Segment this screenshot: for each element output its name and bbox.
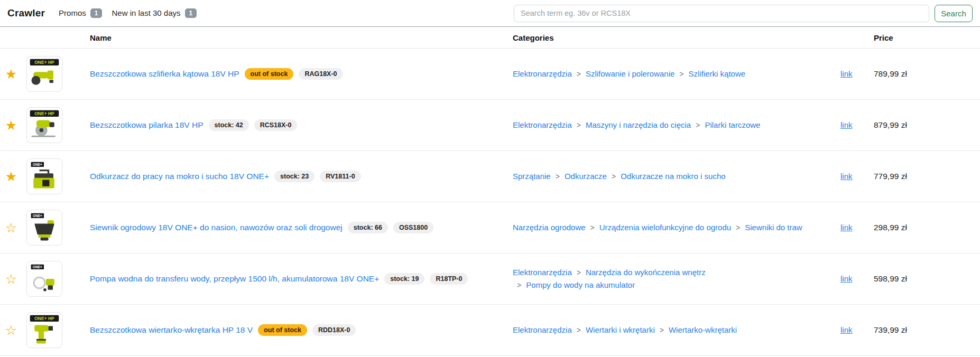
category-link[interactable]: Pilarki tarczowe [705,120,760,129]
category-link[interactable]: Elektronarzędzia [513,325,572,334]
product-image-water-pump: ONE+ [26,261,62,297]
nav-item-label: Promos [59,8,86,17]
product-price: 298,99 zł [870,223,980,232]
breadcrumb-separator: > [577,326,581,334]
category-link[interactable]: Wiertarki i wkrętarki [586,325,655,334]
svg-text:ONE+ HP: ONE+ HP [34,316,54,321]
product-name-link[interactable]: Bezszczotkowa pilarka 18V HP [90,120,204,130]
breadcrumb-separator: > [660,326,664,334]
category-link[interactable]: Elektronarzędzia [513,268,572,277]
table-row: ★ ONE+ Odkurzacz do pracy na mokro i suc… [0,151,980,202]
category-link[interactable]: Elektronarzędzia [513,120,572,129]
category-link[interactable]: Urządzenia wielofunkcyjne do ogrodu [599,223,731,232]
product-image-garden-spreader: ONE+ [26,210,62,246]
product-name-link[interactable]: Odkurzacz do pracy na mokro i sucho 18V … [90,172,269,181]
svg-text:ONE+: ONE+ [33,214,42,218]
product-sku: RCS18X-0 [254,119,298,131]
category-breadcrumb: Elektronarzędzia>Narzędzia do wykończeni… [513,266,840,292]
breadcrumb-separator: > [612,172,616,181]
favorite-star-icon[interactable]: ☆ [0,273,22,286]
product-external-link[interactable]: link [840,223,853,232]
search-input[interactable] [514,5,929,22]
product-name-link[interactable]: Pompa wodna do transferu wody, przepływ … [90,274,379,284]
product-price: 879,99 zł [870,120,980,130]
product-external-link[interactable]: link [840,325,853,334]
table-row: ☆ ONE+ Pompa wodna do transferu wody, pr… [0,253,980,305]
stock-badge: out of stock [245,68,294,80]
search-button[interactable]: Search [935,5,973,22]
category-link[interactable]: Wiertarko-wkrętarki [669,325,737,334]
product-name-link[interactable]: Bezszczotkowa szlifierka kątowa 18V HP [90,69,239,79]
category-link[interactable]: Szlifierki kątowe [689,69,746,78]
breadcrumb-separator: > [696,121,700,129]
category-link[interactable]: Narzędzia ogrodowe [513,223,586,232]
column-header-name: Name [90,33,513,42]
table-row: ★ ONE+ HP Bezszczotkowa pilarka 18V HP s… [0,100,980,151]
category-breadcrumb: Elektronarzędzia>Wiertarki i wkrętarki>W… [513,324,840,336]
search-area: Search [514,5,973,22]
nav-item-label: New in last 30 days [112,8,180,17]
breadcrumb-separator: > [577,121,581,129]
stock-badge: stock: 66 [348,222,388,233]
svg-text:ONE+: ONE+ [33,163,42,166]
category-link[interactable]: Elektronarzędzia [513,69,572,78]
category-link[interactable]: Odkurzacze [565,172,607,181]
svg-text:ONE+ HP: ONE+ HP [34,111,54,116]
stock-badge: stock: 42 [209,119,249,131]
promos-count-badge: 1 [90,8,103,18]
breadcrumb-separator: > [517,281,521,289]
product-sku: RAG18X-0 [299,68,343,80]
favorite-star-icon[interactable]: ★ [0,170,22,183]
product-external-link[interactable]: link [840,172,853,181]
favorite-star-icon[interactable]: ☆ [0,324,22,337]
product-price: 789,99 zł [870,69,980,79]
breadcrumb-separator: > [736,223,740,232]
category-link[interactable]: Szlifowanie i polerowanie [586,69,674,78]
product-external-link[interactable]: link [840,274,853,283]
product-price: 598,99 zł [870,274,980,284]
breadcrumb-separator: > [590,223,595,232]
product-sku: RV1811-0 [320,171,360,182]
category-breadcrumb: Narzędzia ogrodowe>Urządzenia wielofunkc… [513,221,840,234]
stock-badge: stock: 19 [384,273,424,285]
breadcrumb-line: >Pompy do wody na akumulator [513,279,825,292]
favorite-star-icon[interactable]: ★ [0,68,22,81]
product-image-circular-saw: ONE+ HP [26,107,62,143]
nav-item-new-in-last-30-days[interactable]: New in last 30 days 1 [112,8,197,18]
product-price: 739,99 zł [870,325,980,335]
product-sku: OSS1800 [393,222,433,233]
category-link[interactable]: Maszyny i narzędzia do cięcia [586,120,691,129]
stock-badge: stock: 23 [274,171,315,182]
product-sku: RDD18X-0 [312,324,356,336]
breadcrumb-separator: > [577,70,581,78]
table-header: Name Categories Price [0,27,980,49]
category-link[interactable]: Pompy do wody na akumulator [526,280,635,289]
category-link[interactable]: Siewniki do traw [745,223,802,232]
favorite-star-icon[interactable]: ☆ [0,221,22,234]
product-external-link[interactable]: link [840,120,853,129]
category-link[interactable]: Narzędzia do wykończenia wnętrz [586,268,706,277]
product-external-link[interactable]: link [840,69,853,78]
column-header-categories: Categories [513,33,840,42]
new-count-badge: 1 [185,8,197,18]
favorite-star-icon[interactable]: ★ [0,119,22,132]
product-image-angle-grinder: ONE+ HP [26,56,62,92]
breadcrumb-separator: > [679,70,683,78]
stock-badge: out of stock [258,324,307,336]
svg-text:ONE+: ONE+ [33,265,42,269]
category-link[interactable]: Odkurzacze na mokro i sucho [621,172,725,181]
category-breadcrumb: Elektronarzędzia>Szlifowanie i polerowan… [513,68,840,80]
product-price: 779,99 zł [870,172,980,181]
category-breadcrumb: Elektronarzędzia>Maszyny i narzędzia do … [513,119,840,131]
nav-item-promos[interactable]: Promos 1 [59,8,102,18]
table-row: ☆ ONE+ Siewnik ogrodowy 18V ONE+ do nasi… [0,202,980,253]
svg-text:ONE+ HP: ONE+ HP [34,60,54,65]
product-name-link[interactable]: Siewnik ogrodowy 18V ONE+ do nasion, naw… [90,223,343,232]
product-image-wet-dry-vacuum: ONE+ [26,158,62,194]
category-link[interactable]: Sprzątanie [513,172,551,181]
product-sku: R18TP-0 [430,273,468,285]
column-header-price: Price [870,33,980,42]
table-row: ★ ONE+ HP Bezszczotkowa szlifierka kątow… [0,49,980,100]
table-row: ☆ ONE+ HP Bezszczotkowa wiertarko-wkręta… [0,305,980,356]
product-name-link[interactable]: Bezszczotkowa wiertarko-wkrętarka HP 18 … [90,325,253,335]
